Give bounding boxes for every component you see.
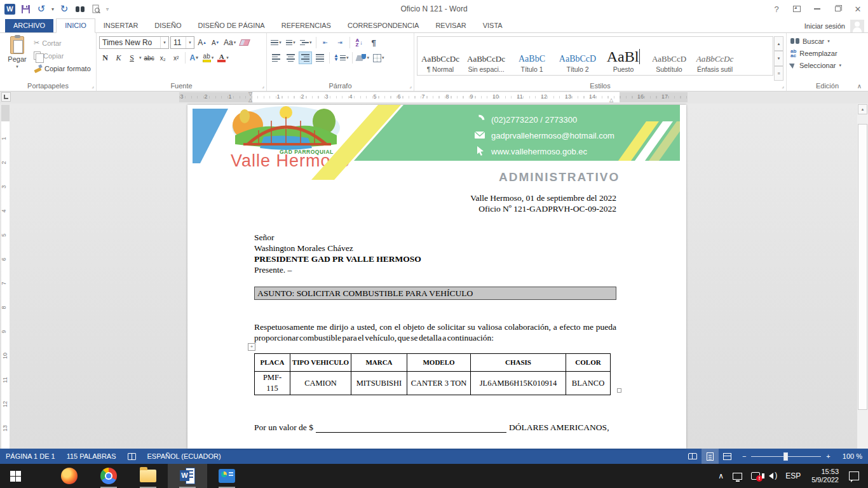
increase-indent-button[interactable]: ⇥ (334, 36, 347, 49)
styles-scroll-up[interactable]: ▴ (774, 36, 783, 51)
style-subtitulo[interactable]: AaBbCcD Subtítulo (646, 37, 692, 75)
fuente-dialog-launcher[interactable]: ⌟ (262, 83, 264, 89)
tab-vista[interactable]: VISTA (475, 19, 511, 32)
font-size-dropdown-arrow[interactable]: ▾ (186, 37, 194, 48)
justify-button[interactable] (313, 51, 327, 64)
clear-formatting-button[interactable] (238, 36, 250, 49)
taskbar-word[interactable]: W (168, 464, 207, 488)
sign-in-area[interactable]: Iniciar sesión (804, 20, 864, 32)
align-right-button[interactable] (299, 51, 312, 64)
numbering-button[interactable]: ▾ (284, 36, 297, 49)
shading-button[interactable]: ▾ (355, 51, 370, 64)
tab-diseno-de-pagina[interactable]: DISEÑO DE PÁGINA (190, 19, 273, 32)
font-color-button[interactable]: A▾ (216, 51, 230, 64)
word-app-icon[interactable]: W (4, 4, 15, 15)
copy-button[interactable]: Copiar (32, 50, 93, 61)
superscript-button[interactable]: x² (170, 51, 182, 64)
print-preview-button[interactable] (90, 3, 102, 15)
estilos-dialog-launcher[interactable]: ⌟ (782, 83, 784, 89)
style-titulo-1[interactable]: AaBbC Título 1 (509, 37, 555, 75)
web-layout-button[interactable] (719, 449, 736, 464)
proofing-status[interactable] (122, 449, 142, 464)
tab-referencias[interactable]: REFERENCIAS (273, 19, 339, 32)
volume-icon[interactable] (764, 473, 781, 479)
subscript-button[interactable]: x₂ (157, 51, 169, 64)
text-effects-button[interactable]: A▾ (188, 51, 200, 64)
redo-button[interactable]: ↻ (58, 3, 70, 15)
highlight-button[interactable]: ab▾ (201, 51, 215, 64)
restore-button[interactable] (827, 0, 848, 18)
hanging-indent-marker[interactable]: △ (248, 98, 252, 103)
word-count[interactable]: 115 PALABRAS (61, 449, 122, 464)
table-resize-handle[interactable] (617, 388, 621, 393)
underline-dropdown-arrow[interactable]: ▾ (139, 55, 142, 60)
keyboard-language[interactable]: ESP (781, 471, 805, 480)
grow-font-button[interactable]: A (196, 36, 208, 49)
scroll-up-button[interactable]: ▴ (858, 104, 867, 114)
taskbar-chrome[interactable] (89, 464, 128, 488)
font-family-dropdown-arrow[interactable]: ▾ (160, 37, 168, 48)
align-center-button[interactable] (284, 51, 297, 64)
tab-archivo[interactable]: ARCHIVO (5, 19, 53, 32)
style-titulo-2[interactable]: AaBbCcD Título 2 (555, 37, 600, 75)
document-page[interactable]: Valle Hermoso GAD PARROQUIAL (02)2773220… (187, 105, 686, 449)
tab-correspondencia[interactable]: CORRESPONDENCIA (339, 19, 427, 32)
sort-button[interactable]: AZ↓ (353, 36, 366, 49)
format-painter-button[interactable]: Copiar formato (32, 63, 93, 74)
tab-diseno[interactable]: DISEÑO (146, 19, 189, 32)
language-indicator[interactable]: ESPAÑOL (ECUADOR) (142, 449, 227, 464)
tab-inicio[interactable]: INICIO (56, 18, 95, 33)
underline-button[interactable]: S (126, 51, 138, 64)
italic-button[interactable]: K (112, 51, 125, 64)
tray-chevron-up[interactable]: ∧ (714, 471, 728, 480)
print-layout-button[interactable] (702, 449, 719, 464)
replace-button[interactable]: abac Reemplazar (789, 47, 865, 59)
horizontal-ruler[interactable]: 3 2 1 1 2 3 4 5 6 7 8 9 10 11 12 13 14 1… (179, 92, 688, 102)
value-blank[interactable] (316, 424, 506, 433)
styles-more-button[interactable]: ≡ (774, 66, 783, 81)
clock[interactable]: 15:53 5/9/2022 (805, 468, 845, 484)
tab-selector[interactable] (1, 92, 11, 102)
zoom-in-button[interactable]: + (826, 452, 830, 460)
font-size-combobox[interactable]: 11 ▾ (170, 36, 194, 49)
taskbar-app[interactable] (207, 464, 247, 488)
bullets-button[interactable]: ▾ (269, 36, 283, 49)
undo-dropdown-arrow[interactable]: ▾ (51, 6, 54, 12)
tab-insertar[interactable]: INSERTAR (95, 19, 147, 32)
paste-dropdown-arrow[interactable]: ▾ (16, 64, 18, 69)
style-enfasis-sutil[interactable]: AaBbCcDc Énfasis sutil (692, 37, 738, 75)
taskbar-file-explorer[interactable] (128, 464, 168, 488)
table-move-handle[interactable]: + (248, 343, 255, 351)
style-puesto[interactable]: AaBl Puesto (600, 37, 646, 75)
taskbar-firefox[interactable] (50, 464, 89, 488)
save-button[interactable] (20, 3, 31, 15)
decrease-indent-button[interactable]: ⇤ (319, 36, 332, 49)
select-button[interactable]: Seleccionar ▾ (789, 59, 865, 71)
style-normal[interactable]: AaBbCcDc ¶ Normal (417, 37, 463, 75)
find-button[interactable]: Buscar ▾ (789, 35, 865, 47)
collapse-ribbon-button[interactable]: ∧ (857, 83, 862, 90)
network-icon[interactable] (728, 473, 747, 480)
portapapeles-dialog-launcher[interactable]: ⌟ (92, 83, 94, 89)
parrafo-dialog-launcher[interactable]: ⌟ (409, 83, 412, 89)
close-button[interactable]: ✕ (848, 0, 868, 18)
bold-button[interactable]: N (99, 51, 111, 64)
paste-button[interactable]: Pegar ▾ (3, 35, 32, 81)
strikethrough-button[interactable]: abc (143, 51, 156, 64)
customize-qat-arrow[interactable]: ▿ (106, 6, 109, 12)
shrink-font-button[interactable]: A (209, 36, 221, 49)
cut-button[interactable]: ✂ Cortar (32, 37, 93, 48)
help-button[interactable]: ? (766, 0, 787, 18)
vertical-ruler[interactable]: 1 2 3 4 5 6 7 8 9 10 11 12 13 (1, 105, 10, 449)
zoom-slider[interactable] (751, 456, 821, 457)
scrollbar-thumb[interactable] (858, 124, 867, 410)
align-left-button[interactable] (269, 51, 283, 64)
multilevel-list-button[interactable]: ▾ (299, 36, 313, 49)
zoom-level[interactable]: 100 % (837, 449, 868, 464)
minimize-button[interactable] (807, 0, 827, 18)
borders-button[interactable]: ▾ (372, 51, 386, 64)
find-button[interactable] (74, 3, 86, 15)
show-marks-button[interactable]: ¶ (367, 36, 381, 49)
right-indent-marker[interactable]: △ (609, 98, 613, 103)
styles-scroll-down[interactable]: ▾ (774, 51, 783, 65)
